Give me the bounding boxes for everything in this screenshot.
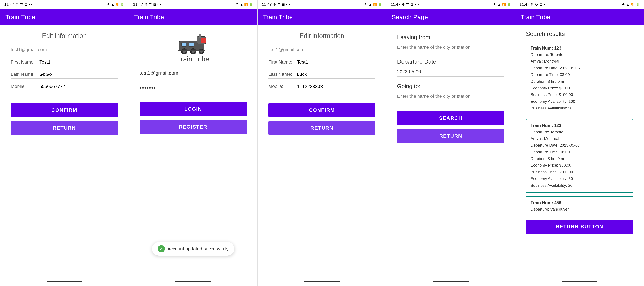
time-display-1: 11:47 [4, 2, 14, 7]
form-row-mobile-3: Mobile: 1112223333 [268, 84, 376, 91]
battery2-icon-1: 🔋 [120, 2, 124, 6]
content-3: Edit information test1@gmail.com First N… [258, 25, 386, 277]
status-bar-left-1: 11:47 ⚙ 🛡 ⊡ ▪ • [4, 2, 32, 7]
result-card-1-economy-avail: Economy Availability: 100 [530, 98, 628, 105]
shield-icon-5: 🛡 [535, 3, 538, 6]
wifi-icon-4: ▲ [498, 3, 501, 6]
form-row-firstname-1: First Name: Test1 [11, 59, 118, 66]
battery2-icon-4: 🔋 [507, 2, 511, 6]
leaving-from-input[interactable] [397, 43, 504, 52]
result-card-2[interactable]: Train Num: 123 Departure: Toronto Arriva… [526, 119, 633, 193]
status-bar-right-5: 👁 ▲ 📶 🔋 [622, 2, 640, 6]
signal-icon-5: 📶 [630, 2, 634, 6]
going-to-label: Going to: [397, 83, 504, 90]
status-bar-left-4: 11:47 ⚙ 🛡 ⊡ ▪ • [391, 2, 419, 7]
eye-icon-1: 👁 [107, 3, 110, 6]
departure-date-value: 2023-05-06 [397, 67, 504, 76]
return-button-5[interactable]: RETURN BUTTON [526, 220, 633, 234]
result-card-2-departure: Departure: Toronto [530, 129, 628, 135]
copy-icon-4: ⊡ [411, 2, 414, 6]
app-header-title-3: Train Tribe [263, 13, 293, 20]
return-button-3[interactable]: RETURN [268, 121, 376, 135]
result-card-2-business-price: Business Price: $100.00 [530, 169, 628, 175]
copy-icon-3: ⊡ [282, 2, 285, 6]
train-illustration [175, 32, 211, 54]
toast-notification: ✓ Account updated successfully [152, 242, 234, 256]
form-email-3: test1@gmail.com [268, 47, 376, 54]
signal-icon-4: 📶 [502, 2, 506, 6]
signal-icon-2: 📶 [244, 2, 248, 6]
svg-rect-3 [198, 34, 202, 37]
signal-icon-1: 📶 [116, 2, 119, 6]
app-header-1: Train Tribe [0, 9, 128, 25]
result-card-1[interactable]: Train Num: 123 Departure: Toronto Arriva… [526, 42, 633, 115]
result-card-1-dep-time: Departure Time: 08:00 [530, 71, 628, 78]
page-title-1: Edit information [42, 32, 86, 40]
register-button-2[interactable]: REGISTER [140, 120, 247, 134]
eye-icon-2: 👁 [236, 3, 239, 6]
firstname-label-1: First Name: [11, 59, 39, 65]
login-button-2[interactable]: LOGIN [140, 102, 247, 116]
home-indicator-5 [515, 277, 644, 286]
app-header-5: Train Tribe [515, 9, 644, 25]
result-card-3[interactable]: Train Num: 456 Departure: Vancouver Arri… [526, 196, 633, 214]
dot-icon-3: • [289, 3, 290, 6]
content-4: Leaving from: Departure Date: 2023-05-06… [386, 25, 515, 277]
copy-icon-1: ⊡ [24, 2, 27, 6]
battery2-icon-5: 🔋 [636, 2, 640, 6]
return-button-1[interactable]: RETURN [11, 121, 118, 135]
settings-icon-2: ⚙ [144, 2, 147, 6]
phone-panel-1: 11:47 ⚙ 🛡 ⊡ ▪ • 👁 ▲ 📶 🔋 Train Tribe Edit… [0, 0, 129, 286]
form-email-1: test1@gmail.com [11, 47, 118, 54]
password-input-2[interactable] [140, 83, 247, 93]
settings-icon-4: ⚙ [402, 2, 405, 6]
result-card-3-departure: Departure: Vancouver [530, 206, 628, 213]
result-card-1-dep-date: Departure Date: 2023-05-06 [530, 65, 628, 71]
status-bar-right-1: 👁 ▲ 📶 🔋 [107, 2, 124, 6]
content-1: Edit information test1@gmail.com First N… [0, 25, 128, 277]
result-card-2-duration: Duration: 8 hrs 0 m [530, 155, 628, 162]
eye-icon-5: 👁 [622, 3, 625, 6]
wifi-icon-2: ▲ [240, 3, 243, 6]
shield-icon-2: 🛡 [149, 3, 152, 6]
going-to-input[interactable] [397, 92, 504, 101]
email-input-2[interactable] [140, 68, 247, 78]
confirm-button-3[interactable]: CONFIRM [268, 103, 376, 117]
app-header-title-2: Train Tribe [134, 13, 164, 20]
wifi-icon-5: ▲ [626, 3, 630, 6]
dot-icon-5: • [546, 3, 548, 6]
search-results-title: Search results [526, 30, 633, 37]
status-bar-right-3: 👁 ▲ 📶 🔋 [364, 2, 382, 6]
result-card-2-economy-avail: Economy Availability: 50 [530, 175, 628, 182]
app-header-title-1: Train Tribe [5, 13, 35, 20]
return-button-4[interactable]: RETURN [397, 129, 504, 143]
status-bar-right-2: 👁 ▲ 📶 🔋 [236, 2, 253, 6]
form-row-firstname-3: First Name: Test1 [268, 59, 376, 66]
confirm-button-1[interactable]: CONFIRM [11, 103, 118, 117]
form-row-lastname-1: Last Name: GoGo [11, 71, 118, 79]
firstname-value-1: Test1 [39, 59, 50, 65]
lastname-value-3: Luck [297, 71, 307, 77]
lastname-value-1: GoGo [39, 71, 52, 77]
home-bar-4 [433, 281, 469, 282]
eye-icon-4: 👁 [493, 3, 496, 6]
home-indicator-3 [258, 277, 386, 286]
settings-icon-1: ⚙ [16, 2, 18, 6]
form-row-lastname-3: Last Name: Luck [268, 71, 376, 79]
result-card-2-arrival: Arrival: Montreal [530, 135, 628, 142]
app-header-3: Train Tribe [258, 9, 386, 25]
phone-panel-4: 11:47 ⚙ 🛡 ⊡ ▪ • 👁 ▲ 📶 🔋 Search Page Leav… [386, 0, 515, 286]
status-bar-5: 11:47 ⚙ 🛡 ⊡ ▪ • 👁 ▲ 📶 🔋 [515, 0, 644, 9]
page-title-3: Edit information [300, 32, 344, 40]
phone-panel-3: 11:47 ⚙ 🛡 ⊡ ▪ • 👁 ▲ 📶 🔋 Train Tribe Edit… [258, 0, 386, 286]
status-bar-left-2: 11:47 ⚙ 🛡 ⊡ ▪ • [133, 2, 161, 7]
leaving-from-label: Leaving from: [397, 34, 504, 40]
app-header-title-5: Train Tribe [520, 13, 550, 20]
search-button-4[interactable]: SEARCH [397, 111, 504, 125]
dot-icon-1: • [31, 3, 32, 6]
mobile-label-3: Mobile: [268, 84, 297, 89]
home-indicator-4 [386, 277, 515, 286]
train-logo-area: Train Tribe [175, 32, 211, 63]
status-bar-right-4: 👁 ▲ 📶 🔋 [493, 2, 511, 6]
home-bar-1 [46, 281, 82, 282]
